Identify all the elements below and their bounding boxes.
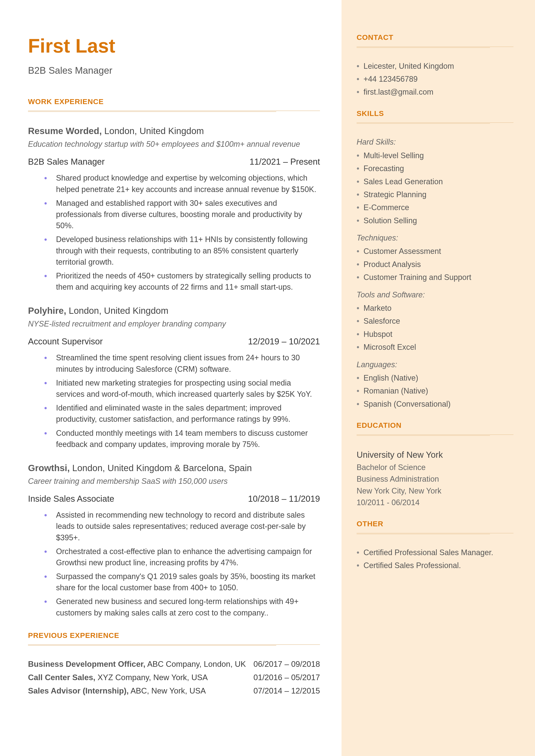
divider [356,533,514,534]
company-description: Career training and membership SaaS with… [28,476,320,487]
education-university: University of New York [356,449,514,461]
role-dates: 12/2019 – 10/2021 [248,335,320,348]
company-line: Growthsi, London, United Kingdom & Barce… [28,462,320,475]
previous-rest: ABC Company, London, UK [145,660,246,668]
candidate-title: B2B Sales Manager [28,64,320,77]
skill-item: Microsoft Excel [356,342,514,352]
previous-left: Call Center Sales, XYZ Company, New York… [28,672,208,683]
previous-dates: 07/2014 – 12/2015 [253,685,320,696]
skill-item: Solution Selling [356,215,514,226]
job-bullet: Generated new business and secured long-… [44,596,320,618]
previous-entry: Call Center Sales, XYZ Company, New York… [28,672,320,683]
section-contact: CONTACT [356,32,514,43]
job-bullets: Assisted in recommending new technology … [28,510,320,619]
skill-item: English (Native) [356,373,514,383]
previous-dates: 06/2017 – 09/2018 [253,658,320,670]
skill-item: Hubspot [356,329,514,340]
previous-role: Sales Advisor (Internship), [28,686,128,695]
skill-item: Forecasting [356,163,514,174]
other-item: Certified Professional Sales Manager. [356,547,514,558]
previous-left: Business Development Officer, ABC Compan… [28,658,246,670]
education-location: New York City, New York [356,486,514,496]
previous-role: Call Center Sales, [28,673,96,682]
skill-item: Sales Lead Generation [356,176,514,187]
job-bullet: Managed and established rapport with 30+… [44,198,320,232]
skill-item: Strategic Planning [356,189,514,200]
job-bullet: Shared product knowledge and expertise b… [44,172,320,195]
skill-item: Customer Assessment [356,246,514,257]
divider [356,46,514,48]
skills-tools-label: Tools and Software: [356,290,514,300]
company-location: London, United Kingdom [66,306,168,316]
job-bullet: Streamlined the time spent resolving cli… [44,352,320,375]
company-description: NYSE-listed recruitment and employer bra… [28,319,320,329]
job-bullets: Streamlined the time spent resolving cli… [28,352,320,450]
education-entry: University of New York Bachelor of Scien… [356,449,514,508]
resume-page: First Last B2B Sales Manager WORK EXPERI… [0,0,535,756]
skill-item: E-Commerce [356,202,514,213]
section-work-experience: WORK EXPERIENCE [28,97,320,107]
section-education: EDUCATION [356,420,514,431]
contact-item: Leicester, United Kingdom [356,61,514,71]
education-degree: Bachelor of Science [356,462,514,473]
company-name: Growthsi, [28,463,70,473]
job-bullet: Initiated new marketing strategies for p… [44,378,320,400]
previous-rest: ABC, New York, USA [128,686,206,695]
role-title: B2B Sales Manager [28,155,105,168]
education-dates: 10/2011 - 06/2014 [356,497,514,508]
sidebar-column: CONTACT Leicester, United Kingdom+44 123… [342,0,535,756]
skill-item: Romanian (Native) [356,385,514,396]
other-item: Certified Sales Professional. [356,560,514,571]
contact-item: +44 123456789 [356,74,514,84]
job-bullet: Identified and eliminated waste in the s… [44,402,320,425]
main-column: First Last B2B Sales Manager WORK EXPERI… [0,0,342,756]
skill-item: Multi-level Selling [356,150,514,161]
job-bullets: Shared product knowledge and expertise b… [28,172,320,293]
divider [356,123,514,124]
skills-techniques-label: Techniques: [356,233,514,243]
previous-entry: Sales Advisor (Internship), ABC, New Yor… [28,685,320,696]
role-title: Inside Sales Associate [28,493,114,505]
contact-item: first.last@gmail.com [356,87,514,98]
role-dates: 11/2021 – Present [249,155,320,168]
candidate-name: First Last [28,32,320,60]
skill-item: Salesforce [356,316,514,326]
job-entry: Resume Worded, London, United KingdomEdu… [28,125,320,293]
skill-item: Customer Training and Support [356,272,514,283]
section-other: OTHER [356,519,514,529]
job-entry: Polyhire, London, United KingdomNYSE-lis… [28,304,320,450]
role-title: Account Supervisor [28,335,103,348]
role-line: Inside Sales Associate10/2018 – 11/2019 [28,493,320,505]
section-previous-experience: PREVIOUS EXPERIENCE [28,630,320,641]
company-location: London, United Kingdom & Barcelona, Spai… [70,463,252,473]
skill-item: Marketo [356,303,514,314]
divider [356,434,514,436]
section-skills: SKILLS [356,108,514,119]
previous-dates: 01/2016 – 05/2017 [253,672,320,683]
company-location: London, United Kingdom [102,126,204,136]
previous-role: Business Development Officer, [28,660,145,668]
job-bullet: Prioritized the needs of 450+ customers … [44,270,320,293]
company-line: Polyhire, London, United Kingdom [28,304,320,317]
divider [28,111,320,112]
skill-item: Spanish (Conversational) [356,399,514,409]
skills-languages-label: Languages: [356,359,514,370]
previous-entry: Business Development Officer, ABC Compan… [28,658,320,670]
job-bullet: Surpassed the company's Q1 2019 sales go… [44,571,320,593]
job-entry: Growthsi, London, United Kingdom & Barce… [28,462,320,619]
divider [28,644,320,646]
role-line: B2B Sales Manager11/2021 – Present [28,155,320,168]
previous-rest: XYZ Company, New York, USA [96,673,208,682]
company-description: Education technology startup with 50+ em… [28,139,320,150]
skill-item: Product Analysis [356,259,514,270]
role-dates: 10/2018 – 11/2019 [248,493,320,505]
job-bullet: Developed business relationships with 11… [44,234,320,268]
education-field: Business Administration [356,474,514,485]
company-line: Resume Worded, London, United Kingdom [28,125,320,137]
role-line: Account Supervisor12/2019 – 10/2021 [28,335,320,348]
job-bullet: Assisted in recommending new technology … [44,510,320,543]
company-name: Polyhire, [28,306,66,316]
company-name: Resume Worded, [28,126,102,136]
job-bullet: Orchestrated a cost-effective plan to en… [44,546,320,568]
previous-left: Sales Advisor (Internship), ABC, New Yor… [28,685,206,696]
